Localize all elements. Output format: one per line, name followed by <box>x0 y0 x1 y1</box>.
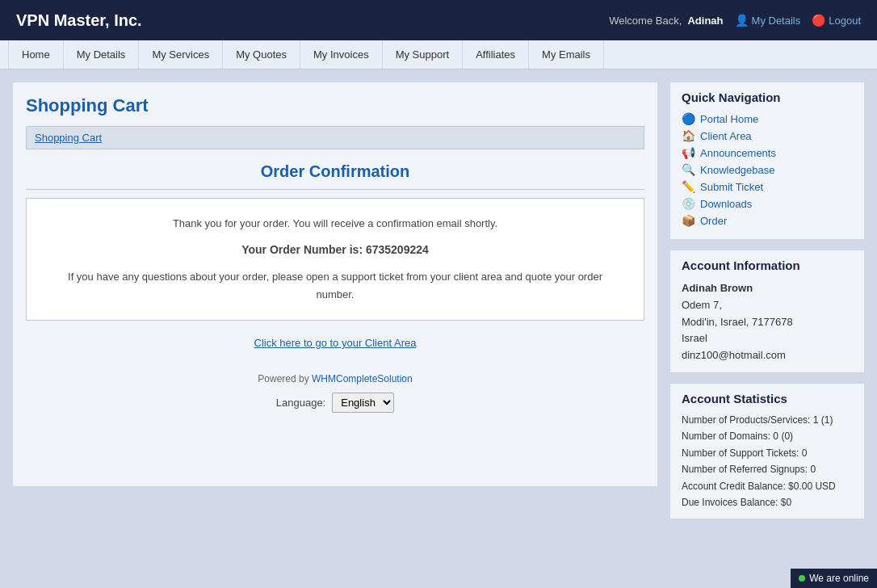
list-item: 🔵 Portal Home <box>682 112 853 125</box>
account-email: dinz100@hotmail.com <box>682 347 853 364</box>
footer: Powered by WHMCompleteSolution <box>26 373 644 384</box>
order-confirmation-title: Order Confirmation <box>26 162 644 190</box>
knowledgebase-icon: 🔍 <box>682 163 695 176</box>
portal-icon: 🔵 <box>682 112 695 125</box>
breadcrumb: Shopping Cart <box>26 126 644 149</box>
stat-domains: Number of Domains: 0 (0) <box>682 428 853 444</box>
client-area-nav-link[interactable]: Client Area <box>700 130 752 142</box>
welcome-text: Welcome Back, Adinah <box>609 15 723 27</box>
language-label: Language: <box>276 397 325 409</box>
list-item: 📢 Announcements <box>682 146 853 159</box>
account-address1: Odem 7, <box>682 297 853 314</box>
client-area-link[interactable]: Click here to go to your Client Area <box>26 337 644 349</box>
account-stats-section: Account Statistics Number of Products/Se… <box>670 384 864 519</box>
site-logo: VPN Master, Inc. <box>16 11 142 30</box>
stat-referrals: Number of Referred Signups: 0 <box>682 461 853 477</box>
main-content: Shopping Cart Shopping Cart Order Confir… <box>13 82 657 486</box>
account-address2: Modi'in, Israel, 7177678 <box>682 314 853 331</box>
account-country: Israel <box>682 330 853 347</box>
stat-products: Number of Products/Services: 1 (1) <box>682 412 853 428</box>
person-icon: 👤 <box>735 14 749 27</box>
downloads-link[interactable]: Downloads <box>700 198 752 210</box>
account-name: Adinah Brown <box>682 280 853 297</box>
stat-support: Number of Support Tickets: 0 <box>682 445 853 461</box>
quick-nav-list: 🔵 Portal Home 🏠 Client Area 📢 Announceme… <box>682 112 853 227</box>
home-icon: 🏠 <box>682 129 695 142</box>
list-item: ✏️ Submit Ticket <box>682 180 853 193</box>
order-number: Your Order Number is: 6735209224 <box>51 241 619 260</box>
header-right: Welcome Back, Adinah 👤 My Details 🔴 Logo… <box>609 14 861 27</box>
list-item: 🏠 Client Area <box>682 129 853 142</box>
my-details-link[interactable]: 👤 My Details <box>735 14 801 27</box>
questions-message: If you have any questions about your ord… <box>51 268 619 304</box>
nav-my-details[interactable]: My Details <box>64 40 140 69</box>
account-info-section: Account Information Adinah Brown Odem 7,… <box>670 250 864 372</box>
list-item: 🔍 Knowledgebase <box>682 163 853 176</box>
main-nav: Home My Details My Services My Quotes My… <box>0 40 877 69</box>
nav-my-quotes[interactable]: My Quotes <box>223 40 300 69</box>
nav-home[interactable]: Home <box>8 40 64 69</box>
announcements-link[interactable]: Announcements <box>700 147 776 159</box>
logout-link[interactable]: 🔴 Logout <box>812 14 861 27</box>
header: VPN Master, Inc. Welcome Back, Adinah 👤 … <box>0 0 877 40</box>
knowledgebase-link[interactable]: Knowledgebase <box>700 164 775 176</box>
sidebar: Quick Navigation 🔵 Portal Home 🏠 Client … <box>670 82 864 519</box>
confirmation-box: Thank you for your order. You will recei… <box>26 198 644 321</box>
page-title: Shopping Cart <box>26 95 644 116</box>
submit-ticket-icon: ✏️ <box>682 180 695 193</box>
logout-icon: 🔴 <box>812 14 825 27</box>
language-select[interactable]: English <box>332 393 394 413</box>
account-info-title: Account Information <box>682 258 853 272</box>
layout: Shopping Cart Shopping Cart Order Confir… <box>0 69 877 531</box>
confirmation-message: Thank you for your order. You will recei… <box>51 215 619 233</box>
account-info: Adinah Brown Odem 7, Modi'in, Israel, 71… <box>682 280 853 364</box>
breadcrumb-link[interactable]: Shopping Cart <box>35 132 102 144</box>
stat-credit: Account Credit Balance: $0.00 USD <box>682 478 853 494</box>
list-item: 💿 Downloads <box>682 197 853 210</box>
language-row: Language: English <box>26 393 644 413</box>
nav-my-invoices[interactable]: My Invoices <box>300 40 383 69</box>
nav-affiliates[interactable]: Affiliates <box>463 40 529 69</box>
downloads-icon: 💿 <box>682 197 695 210</box>
nav-my-services[interactable]: My Services <box>139 40 223 69</box>
nav-my-support[interactable]: My Support <box>383 40 463 69</box>
order-link[interactable]: Order <box>700 215 727 227</box>
submit-ticket-link[interactable]: Submit Ticket <box>700 181 763 193</box>
account-stats-title: Account Statistics <box>682 392 853 405</box>
whm-link[interactable]: WHMCompleteSolution <box>312 373 413 384</box>
announcements-icon: 📢 <box>682 146 695 159</box>
quick-nav-title: Quick Navigation <box>682 90 853 104</box>
order-icon: 📦 <box>682 214 695 227</box>
stat-due: Due Invoices Balance: $0 <box>682 494 853 510</box>
list-item: 📦 Order <box>682 214 853 227</box>
quick-nav-section: Quick Navigation 🔵 Portal Home 🏠 Client … <box>670 82 864 239</box>
nav-my-emails[interactable]: My Emails <box>529 40 604 69</box>
portal-home-link[interactable]: Portal Home <box>700 113 758 125</box>
